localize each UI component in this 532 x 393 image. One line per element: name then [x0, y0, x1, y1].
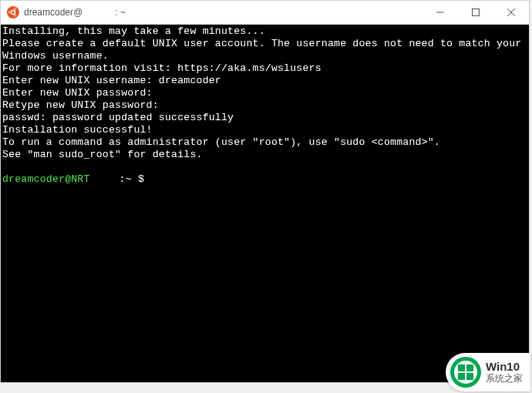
terminal-line: See "man sudo_root" for details.	[2, 149, 527, 161]
terminal-line: To run a command as administrator (user …	[2, 136, 527, 149]
terminal-line: Please create a default UNIX user accoun…	[2, 38, 527, 50]
close-button[interactable]	[493, 1, 529, 24]
ubuntu-icon	[7, 6, 19, 18]
terminal-line: passwd: password updated successfully	[2, 112, 527, 124]
svg-rect-5	[9, 12, 11, 13]
terminal-line: For more information visit: https://aka.…	[2, 62, 527, 75]
terminal-line: Enter new UNIX password:	[2, 87, 527, 99]
watermark-text: Win10 系统之家	[486, 361, 523, 384]
terminal-line: Enter new UNIX username: dreamcoder	[2, 75, 527, 87]
terminal-line: Installing, this may take a few minutes.…	[2, 25, 527, 38]
terminal-blank	[2, 161, 527, 173]
watermark-icon	[450, 357, 481, 388]
terminal-line: Retype new UNIX password:	[2, 99, 527, 112]
prompt-user-host: dreamcoder@NRT	[2, 173, 120, 185]
terminal-prompt: dreamcoder@NRT:~ $	[2, 173, 527, 186]
watermark-title: Win10	[486, 361, 523, 374]
window-titlebar: dreamcoder@: ~	[1, 1, 529, 25]
terminal-line: Installation successful!	[2, 124, 527, 136]
watermark-badge: Win10 系统之家	[446, 353, 530, 391]
window-controls	[423, 1, 529, 24]
maximize-button[interactable]	[458, 1, 493, 24]
prompt-path: :~	[120, 173, 132, 185]
terminal-line: Windows username.	[2, 50, 527, 62]
redacted-hostpart	[90, 174, 120, 184]
svg-rect-9	[473, 9, 480, 16]
terminal-window: dreamcoder@: ~ Installing, this may take…	[0, 0, 530, 383]
prompt-dollar: $	[138, 173, 144, 185]
window-title: dreamcoder@: ~	[24, 7, 423, 18]
terminal-body[interactable]: Installing, this may take a few minutes.…	[1, 25, 529, 382]
watermark-subtitle: 系统之家	[486, 374, 523, 384]
redacted-hostname	[82, 8, 115, 18]
minimize-button[interactable]	[423, 1, 458, 24]
